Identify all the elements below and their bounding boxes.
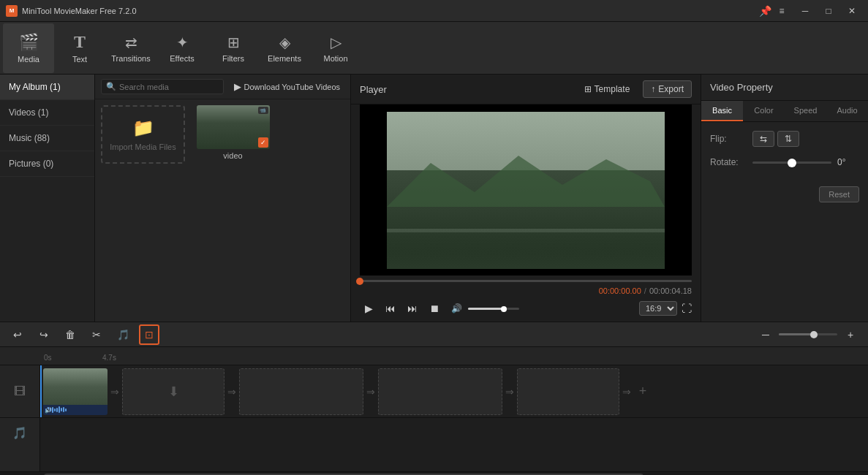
tab-basic[interactable]: Basic [701, 101, 743, 121]
rotate-handle[interactable] [788, 159, 796, 167]
hamburger-menu[interactable]: ≡ [771, 3, 792, 19]
sidebar-album-label: My Album (1) [9, 82, 61, 92]
player-progress[interactable] [351, 276, 701, 285]
tab-speed[interactable]: Speed [785, 101, 826, 121]
video-canvas [360, 104, 692, 276]
timeline-tracks: 🎞 🎵 🔊 ⇒ [0, 365, 868, 471]
media-content: 📁 Import Media Files 📹 ✓ video [95, 99, 350, 170]
reset-button[interactable]: Reset [819, 186, 859, 202]
close-button[interactable]: ✕ [842, 3, 862, 19]
sidebar-item-music[interactable]: Music (88) [0, 126, 94, 151]
toolbar-transitions[interactable]: ⇄ Transitions [105, 23, 156, 73]
volume-handle[interactable] [501, 306, 507, 312]
transition-arrow-4: ⇒ [505, 386, 514, 398]
audio-detach-button[interactable]: 🎵 [113, 324, 133, 345]
clip-audio-bar [43, 405, 107, 415]
sidebar-item-pictures[interactable]: Pictures (0) [0, 151, 94, 177]
playhead-line [40, 365, 42, 417]
tab-speed-label: Speed [794, 106, 818, 115]
ruler-mark-0: 0s [44, 354, 102, 362]
zoom-fill [779, 333, 814, 335]
transition-slot-4[interactable] [517, 368, 619, 415]
sidebar-item-album[interactable]: My Album (1) [0, 75, 94, 100]
sidebar: My Album (1) Videos (1) Music (88) Pictu… [0, 75, 95, 322]
timeline-scrollbar[interactable] [0, 471, 868, 475]
check-badge: ✓ [258, 137, 268, 148]
transition-slot-3[interactable] [378, 368, 502, 415]
app-icon: M [6, 5, 18, 17]
toolbar-media[interactable]: 🎬 Media [3, 23, 54, 73]
tab-color[interactable]: Color [743, 101, 785, 121]
flip-horizontal-button[interactable]: ⇆ [752, 131, 774, 147]
tab-basic-label: Basic [712, 106, 732, 115]
search-input[interactable] [119, 83, 219, 91]
player-controls: ▶ ⏮ ⏭ ⏹ 🔊 16:9 4:3 9:16 ⛶ [351, 297, 701, 322]
fullscreen-button[interactable]: ⛶ [682, 303, 692, 314]
stop-button[interactable]: ⏹ [426, 300, 443, 317]
volume-slider: 🔊 [448, 300, 519, 317]
delete-button[interactable]: 🗑 [60, 324, 80, 345]
media-thumbnail[interactable]: 📹 ✓ [197, 105, 270, 149]
media-toolbar: 🔍 ▶ Download YouTube Videos [95, 75, 350, 99]
rotate-row: Rotate: 0° [710, 157, 859, 167]
ruler-mark-1: 4.7s [102, 354, 161, 362]
toolbar-elements[interactable]: ◈ Elements [259, 23, 310, 73]
template-icon: ⊞ [584, 84, 592, 94]
sidebar-pictures-label: Pictures (0) [9, 159, 53, 169]
audio-track-label: 🎵 [0, 418, 39, 447]
tab-audio[interactable]: Audio [826, 101, 868, 121]
volume-icon[interactable]: 🔊 [448, 300, 465, 317]
maximize-button[interactable]: □ [818, 3, 839, 19]
progress-handle[interactable] [356, 278, 363, 285]
export-icon: ↑ [651, 84, 655, 94]
motion-icon: ▷ [331, 34, 341, 51]
rotate-track[interactable] [752, 162, 831, 164]
progress-track[interactable] [360, 280, 692, 282]
zoom-out-button[interactable]: ─ [755, 324, 776, 345]
youtube-icon: ▶ [234, 81, 241, 92]
volume-track[interactable] [468, 308, 519, 310]
redo-button[interactable]: ↪ [34, 324, 54, 345]
transition-slot-2[interactable] [239, 368, 363, 415]
prev-frame-button[interactable]: ⏮ [382, 300, 399, 317]
player-header: Player ⊞ Template ↑ Export [351, 75, 701, 104]
toolbar-effects[interactable]: ✦ Effects [156, 23, 208, 73]
timeline-controls-bar: ↩ ↪ 🗑 ✂ 🎵 ⊡ ─ + [0, 322, 868, 347]
download-youtube-button[interactable]: ▶ Download YouTube Videos [230, 79, 345, 94]
toolbar-motion[interactable]: ▷ Motion [310, 23, 361, 73]
template-button[interactable]: ⊞ Template [577, 80, 638, 98]
transition-slot-1[interactable]: ⬇ [122, 368, 224, 415]
media-search-bar[interactable]: 🔍 [101, 79, 224, 94]
toolbar-media-label: Media [18, 55, 39, 64]
player-time: 00:00:00.00 / 00:00:04.18 [351, 285, 701, 297]
import-media-button[interactable]: 📁 Import Media Files [101, 105, 185, 164]
download-icon: ⬇ [168, 384, 179, 400]
sidebar-item-videos[interactable]: Videos (1) [0, 100, 94, 126]
toolbar-effects-label: Effects [170, 54, 194, 63]
zoom-in-button[interactable]: + [840, 324, 861, 345]
toolbar-filters[interactable]: ⊞ Filters [208, 23, 259, 73]
add-clip-button[interactable]: + [634, 368, 652, 415]
rotate-slider: 0° [752, 157, 859, 167]
current-time: 00:00:00.00 [599, 286, 641, 295]
undo-button[interactable]: ↩ [7, 324, 28, 345]
play-button[interactable]: ▶ [360, 300, 377, 317]
zoom-track[interactable] [779, 333, 837, 335]
video-track: 🔊 ⇒ ⬇ ⇒ ⇒ ⇒ ⇒ + [40, 365, 868, 418]
minimize-button[interactable]: ─ [795, 3, 815, 19]
zoom-handle[interactable] [810, 331, 818, 338]
next-frame-button[interactable]: ⏭ [404, 300, 421, 317]
toolbar-text[interactable]: T Text [54, 23, 105, 73]
main-layout: My Album (1) Videos (1) Music (88) Pictu… [0, 75, 868, 322]
flip-vertical-button[interactable]: ⇅ [777, 131, 799, 147]
export-button[interactable]: ↑ Export [643, 80, 692, 98]
cut-button[interactable]: ✂ [86, 324, 107, 345]
tab-color-label: Color [754, 106, 773, 115]
tab-audio-label: Audio [837, 106, 857, 115]
crop-button[interactable]: ⊡ [139, 324, 159, 345]
video-clip[interactable]: 🔊 [43, 368, 107, 415]
transitions-icon: ⇄ [125, 34, 137, 51]
aspect-ratio-select[interactable]: 16:9 4:3 9:16 [639, 301, 677, 316]
transition-arrow-1: ⇒ [110, 386, 119, 398]
timeline-ruler: 0s 4.7s [0, 347, 868, 365]
